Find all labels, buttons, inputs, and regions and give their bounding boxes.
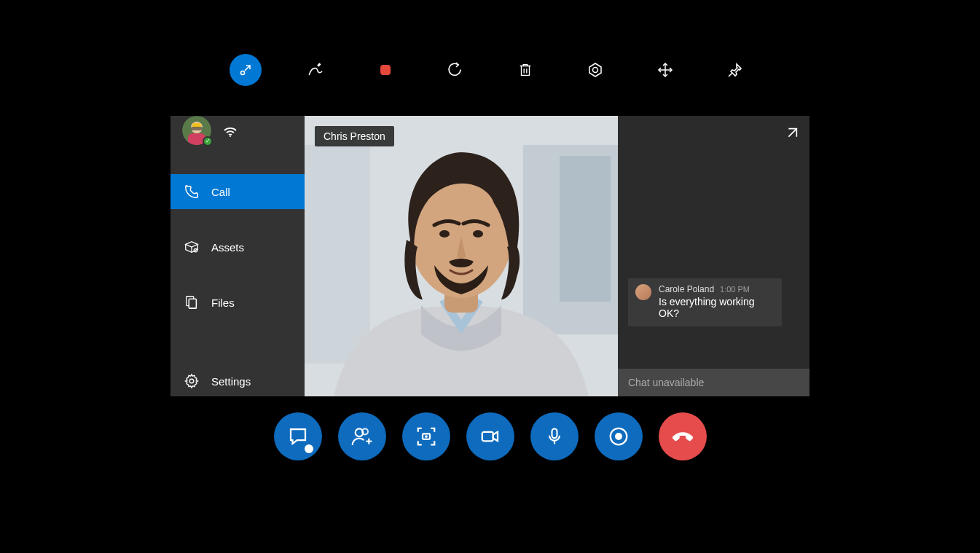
chat-input-placeholder: Chat unavailable — [628, 377, 704, 388]
svg-point-0 — [240, 71, 244, 75]
annotation-toolbar — [0, 54, 980, 86]
nav-label: Call — [211, 186, 230, 198]
svg-point-41 — [615, 433, 622, 440]
settings-icon — [184, 373, 200, 389]
ink-icon[interactable] — [299, 54, 332, 86]
nav-label: Assets — [211, 241, 244, 254]
presence-indicator — [203, 136, 213, 146]
sidebar-item-call[interactable]: Call — [170, 174, 305, 209]
chat-time: 1:00 PM — [720, 285, 750, 294]
focus-target-icon[interactable] — [579, 54, 611, 86]
sidebar-item-assets[interactable]: Assets — [170, 230, 305, 264]
mic-icon — [544, 426, 565, 447]
assets-icon — [184, 239, 200, 255]
trash-icon[interactable] — [509, 54, 541, 86]
svg-rect-37 — [482, 432, 493, 442]
svg-point-16 — [230, 136, 231, 137]
record-button[interactable] — [595, 412, 643, 460]
chat-sender-name: Carole Poland — [659, 284, 714, 294]
svg-point-29 — [473, 230, 483, 238]
files-icon — [184, 294, 200, 310]
svg-point-21 — [189, 379, 194, 383]
add-person-icon — [350, 425, 374, 448]
sidebar-item-files[interactable]: Files — [170, 285, 305, 320]
video-icon — [479, 425, 501, 447]
arrow-in-icon[interactable] — [230, 54, 262, 86]
svg-rect-25 — [305, 145, 370, 364]
nav-label: Files — [211, 297, 235, 309]
svg-rect-2 — [380, 65, 391, 75]
video-area: Chris Preston — [305, 116, 618, 396]
hangup-button[interactable] — [659, 412, 707, 460]
sidebar-header — [170, 116, 305, 145]
chat-button[interactable] — [274, 412, 322, 460]
screenshot-button[interactable] — [402, 412, 450, 460]
svg-rect-38 — [552, 429, 557, 439]
svg-marker-5 — [589, 63, 601, 77]
chat-input[interactable]: Chat unavailable — [618, 369, 810, 396]
my-avatar[interactable] — [182, 116, 211, 145]
svg-rect-24 — [560, 156, 611, 302]
chat-icon — [287, 425, 309, 447]
pin-icon[interactable] — [719, 54, 751, 86]
svg-rect-15 — [191, 127, 203, 130]
hangup-icon — [670, 424, 695, 449]
sidebar: Call Assets Files — [170, 116, 305, 396]
svg-point-28 — [439, 230, 450, 238]
nav-label: Settings — [211, 375, 251, 388]
svg-rect-19 — [189, 299, 196, 308]
phone-icon — [184, 184, 200, 200]
sidebar-item-settings[interactable]: Settings — [170, 364, 305, 399]
mic-button[interactable] — [530, 412, 579, 460]
remote-video-placeholder — [305, 116, 618, 396]
svg-point-6 — [592, 68, 597, 73]
record-icon — [608, 425, 630, 447]
camera-frame-icon — [415, 425, 437, 447]
chat-sender-avatar — [635, 284, 651, 300]
record-square-icon[interactable] — [369, 54, 401, 86]
chat-unread-badge — [305, 444, 313, 453]
call-controls — [0, 412, 980, 460]
chat-pane: Carole Poland 1:00 PM Is everything work… — [618, 116, 810, 396]
undo-icon[interactable] — [439, 54, 471, 86]
video-button[interactable] — [466, 412, 514, 460]
chat-text: Is everything working OK? — [659, 296, 775, 319]
participant-name-badge: Chris Preston — [315, 126, 394, 146]
add-participant-button[interactable] — [338, 412, 386, 460]
svg-point-36 — [425, 435, 428, 438]
move-arrows-icon[interactable] — [649, 54, 681, 86]
svg-line-9 — [729, 73, 732, 77]
chat-message: Carole Poland 1:00 PM Is everything work… — [628, 278, 782, 326]
app-panel: Call Assets Files — [170, 116, 810, 396]
svg-line-1 — [245, 66, 250, 71]
wifi-icon — [222, 122, 239, 139]
